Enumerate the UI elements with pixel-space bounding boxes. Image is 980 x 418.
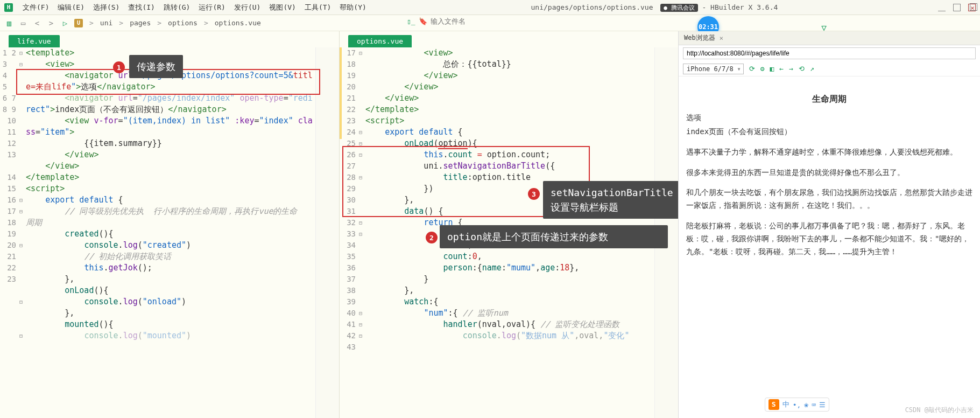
ime-punct[interactable]: •,: [793, 401, 801, 409]
file-search[interactable]: ▯_ 🔖: [407, 17, 495, 25]
dock-icon[interactable]: ◧: [770, 65, 774, 73]
callout-3-label: setNavigationBarTitle 设置导航栏标题: [543, 181, 678, 219]
window-controls: ×: [938, 4, 976, 11]
tencent-meeting-badge: ● 腾讯会议: [660, 4, 697, 12]
workspace: life.vue 1 2 3 4 5 6 7 8 9 10 11 12 13 1…: [0, 31, 980, 418]
device-select[interactable]: iPhone 6/7/8: [683, 64, 744, 74]
menu-edit[interactable]: 编辑(E): [53, 3, 88, 12]
menu-file[interactable]: 文件(F): [18, 3, 53, 12]
minimize-icon[interactable]: [938, 4, 946, 11]
close-tab-icon[interactable]: ×: [720, 34, 723, 42]
fold-gutter[interactable]: ⊟ ⊟ ⊟ ⊟ ⊟ ⊟ ⊟: [19, 47, 26, 353]
window-title: uni/pages/options/options.vue ● 腾讯会议 - H…: [371, 3, 938, 12]
editor-right: options.vue 17 18 19 20 21 22 23 24 25 2…: [339, 31, 678, 418]
tab-bar-right: options.vue: [340, 31, 678, 47]
preview-area[interactable]: 生命周期 选项 index页面（不会有返回按钮） 遇事不决量子力学，解释不通穿越…: [679, 76, 980, 418]
title-path: uni/pages/options/options.vue: [531, 3, 653, 11]
preview-para-4: 陪老板打麻将，老板说：公司的事儿都万事俱备了吧？我：嗯，都弄好了，东风。老板：哎…: [686, 220, 972, 258]
file-search-input[interactable]: [431, 17, 495, 25]
project-logo: U: [74, 19, 83, 27]
crumb-uni[interactable]: uni: [100, 19, 112, 27]
menu-help[interactable]: 帮助(Y): [335, 3, 370, 12]
run-icon[interactable]: ▷: [60, 18, 70, 28]
terminal-icon[interactable]: ▯_: [407, 17, 415, 25]
file-icon[interactable]: ▭: [18, 18, 28, 28]
settings-icon[interactable]: ⚙: [760, 65, 765, 73]
watermark: CSDN @敲代码的小吉米: [905, 406, 974, 415]
back-nav-icon[interactable]: ←: [779, 65, 784, 73]
device-toolbar: iPhone 6/7/8 ⟳ ⚙ ◧ ← → ⟲ ↗: [679, 61, 980, 76]
fold-gutter[interactable]: ⊟ ⊟ ⊟ ⊟ ⊟ ⊟ ⊟ ⊟ ⊟ ⊟: [359, 47, 365, 353]
callout-2-badge: 2: [426, 232, 438, 243]
ime-menu[interactable]: ☰: [819, 401, 826, 409]
bookmark-icon[interactable]: 🔖: [419, 17, 427, 25]
tab-life-vue[interactable]: life.vue: [9, 35, 60, 47]
sidebar-toggle-icon[interactable]: ▥: [4, 18, 14, 28]
crumb-sep: >: [119, 19, 123, 27]
menu-select[interactable]: 选择(S): [89, 3, 124, 12]
crumb-sep: >: [204, 19, 208, 27]
preview-title: 生命周期: [686, 92, 972, 106]
url-input[interactable]: [683, 47, 976, 59]
code-area-left[interactable]: 1 2 3 4 5 6 7 8 9 10 11 12 13 14 15 16 1…: [0, 47, 339, 418]
crumb-pages[interactable]: pages: [130, 19, 151, 27]
line-gutter: 17 18 19 20 21 22 23 24 25 26 27 28 29 3…: [340, 47, 359, 353]
menubar: H 文件(F) 编辑(E) 选择(S) 查找(I) 跳转(G) 运行(R) 发行…: [0, 0, 980, 15]
callout-3-line2: 设置导航栏标题: [551, 201, 618, 213]
preview-para-2: 很多本来觉得丑的东西一旦知道是贵的就觉得好像也不那么丑了。: [686, 166, 972, 179]
tab-bar-left: life.vue: [0, 31, 339, 47]
editor-left: life.vue 1 2 3 4 5 6 7 8 9 10 11 12 13 1…: [0, 31, 339, 418]
address-bar: [679, 45, 980, 61]
crumb-sep: >: [89, 19, 94, 27]
back-icon[interactable]: <: [32, 18, 42, 28]
refresh-icon[interactable]: ⟲: [799, 65, 805, 73]
minimap-left[interactable]: [315, 47, 339, 418]
ime-keyboard[interactable]: ⌨: [812, 401, 816, 409]
sogou-logo-icon: S: [769, 399, 779, 410]
menu-publish[interactable]: 发行(U): [230, 3, 265, 12]
rotate-icon[interactable]: ⟳: [749, 65, 755, 73]
crumb-file[interactable]: options.vue: [215, 19, 261, 27]
external-icon[interactable]: ↗: [810, 65, 814, 73]
callout-2-label: option就是上个页面传递过来的参数: [440, 225, 668, 248]
sogou-ime-bar[interactable]: S 中 •, ❀ ⌨ ☰: [765, 398, 829, 412]
callout-3-badge: 3: [528, 188, 540, 200]
ime-lang[interactable]: 中: [782, 400, 789, 409]
line-gutter: 1 2 3 4 5 6 7 8 9 10 11 12 13 14 15 16 1…: [0, 47, 19, 285]
menu-tools[interactable]: 工具(T): [300, 3, 335, 12]
browser-tab[interactable]: Web浏览器 ×: [679, 31, 980, 45]
ime-skin[interactable]: ❀: [804, 401, 808, 409]
code-lines[interactable]: <template> <view> <navigator url="/pages…: [26, 47, 312, 342]
preview-link-2[interactable]: index页面（不会有返回按钮）: [686, 126, 972, 138]
forward-nav-icon[interactable]: →: [789, 65, 793, 73]
title-app: - HBuilder X 3.6.4: [702, 3, 778, 11]
tab-options-vue[interactable]: options.vue: [348, 35, 412, 47]
callout-1-badge: 1: [113, 61, 125, 73]
callout-3-line1: setNavigationBarTitle: [551, 187, 673, 198]
maximize-icon[interactable]: [953, 4, 961, 11]
preview-link-1[interactable]: 选项: [686, 112, 972, 124]
menu-find[interactable]: 查找(I): [124, 3, 159, 12]
menu-goto[interactable]: 跳转(G): [159, 3, 194, 12]
preview-para-1: 遇事不决量子力学，解释不通穿越时空，体重不降很难想像，人要没钱想死都难。: [686, 146, 972, 159]
browser-pane: Web浏览器 × iPhone 6/7/8 ⟳ ⚙ ◧ ← → ⟲ ↗ 生命周期…: [678, 31, 980, 418]
forward-icon[interactable]: >: [46, 18, 56, 28]
app-logo: H: [4, 3, 13, 12]
close-icon[interactable]: ×: [968, 4, 976, 11]
menu-view[interactable]: 视图(V): [265, 3, 300, 12]
menu-run[interactable]: 运行(R): [194, 3, 229, 12]
crumb-sep: >: [157, 19, 161, 27]
callout-1-label: 传递参数: [129, 55, 183, 78]
crumb-options[interactable]: options: [168, 19, 198, 27]
browser-tab-label: Web浏览器: [684, 33, 715, 43]
preview-para-3: 和几个朋友一块去吃饭，有个朋友尿急，我们边找厕所边找饭店，忽然那货大踏步走进一家…: [686, 186, 972, 212]
